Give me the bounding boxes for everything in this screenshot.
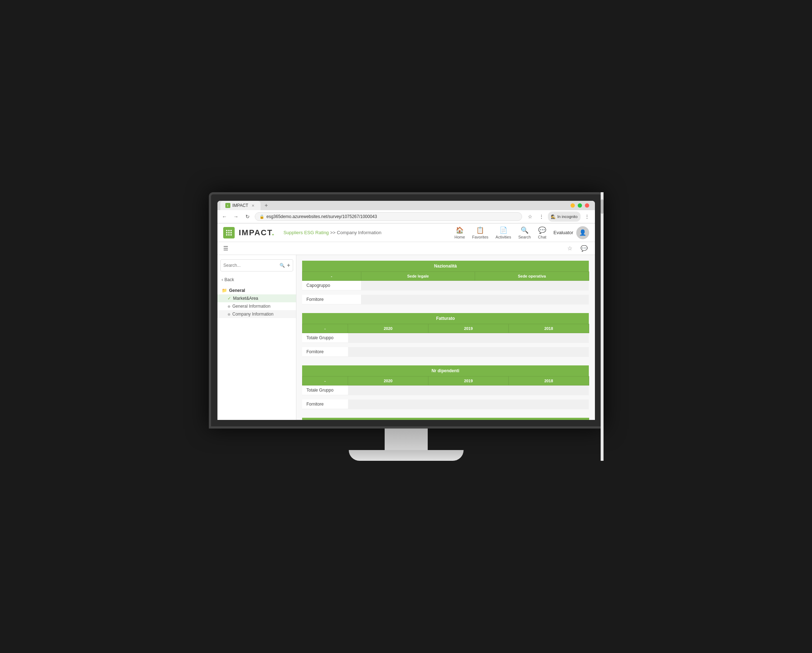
evaluator-menu[interactable]: Evaluator 👤 [554, 226, 589, 239]
table-subheader-dipendenti: - 2020 2019 2018 [302, 376, 589, 385]
acquisti-locali-title: % acquisti locali [302, 418, 589, 420]
row-val-fornitore-sede-operativa[interactable] [475, 295, 589, 304]
sidebar-search-input[interactable] [224, 263, 277, 268]
browser-window: I IMPACT ✕ + ← → ↻ 🔒 [217, 201, 595, 420]
app-grid-icon[interactable] [223, 227, 235, 239]
input-tg-fat-2019[interactable] [433, 335, 505, 340]
sidebar-item-company-information-label: Company Information [232, 312, 274, 317]
row-val-for-2020-dip[interactable] [348, 399, 429, 409]
fat-col-dash: - [302, 324, 348, 333]
row-val-tg-2019-fat[interactable] [429, 333, 509, 343]
spacer-row-dip [302, 395, 589, 400]
row-val-capogruppo-sede-legale[interactable] [361, 281, 475, 291]
row-val-tg-2020-fat[interactable] [348, 333, 429, 343]
nav-activities[interactable]: 📄 Activities [496, 226, 511, 239]
nav-search[interactable]: 🔍 Search [518, 226, 531, 239]
input-for-dip-2020[interactable] [353, 402, 424, 406]
input-tg-fat-2018[interactable] [513, 335, 585, 340]
maximize-button[interactable] [578, 203, 582, 208]
input-tg-dip-2018[interactable] [513, 388, 585, 393]
row-val-tg-2018-dip[interactable] [508, 385, 589, 395]
row-label-fornitore-fat: Fornitore [302, 347, 348, 357]
monitor-screen: I IMPACT ✕ + ← → ↻ 🔒 [209, 192, 603, 429]
grid-dots [224, 228, 233, 237]
sidebar-item-market-area[interactable]: ✓ Market&Area [217, 294, 296, 302]
input-capogruppo-sede-operativa[interactable] [479, 283, 585, 288]
input-tg-fat-2020[interactable] [353, 335, 424, 340]
minimize-button[interactable] [571, 203, 575, 208]
input-fornitore-sede-legale[interactable] [365, 297, 470, 302]
expand-circle-icon: ⊕ [227, 312, 230, 316]
sidebar-item-company-information[interactable]: ⊕ Company Information [217, 310, 296, 318]
search-icon: 🔍 [520, 226, 528, 234]
input-fornitore-sede-operativa[interactable] [479, 297, 585, 302]
breadcrumb-parent-link[interactable]: Suppliers ESG Rating [284, 230, 329, 235]
row-val-for-2018-dip[interactable] [508, 399, 589, 409]
sidebar-group-label: General [229, 288, 246, 293]
sidebar-item-general-information[interactable]: ⊕ General Information [217, 302, 296, 310]
incognito-icon: 🕵 [551, 215, 556, 219]
nazionalita-title: Nazionalità [302, 261, 589, 272]
row-val-fornitore-sede-legale[interactable] [361, 295, 475, 304]
star-toolbar-button[interactable]: ☆ [565, 244, 575, 254]
table-row-totale-gruppo-fat: Totale Gruppo [302, 333, 589, 343]
bookmark-button[interactable]: ☆ [525, 212, 535, 222]
check-icon: ✓ [227, 296, 231, 301]
star-button[interactable]: ⋮ [536, 212, 546, 222]
input-capogruppo-sede-legale[interactable] [365, 283, 470, 288]
sidebar-search[interactable]: 🔍 + [220, 259, 293, 271]
col-sede-legale: Sede legale [361, 272, 475, 281]
row-val-tg-2018-fat[interactable] [508, 333, 589, 343]
incognito-indicator: 🕵 In incognito [548, 212, 580, 222]
input-for-dip-2019[interactable] [433, 402, 505, 406]
url-field[interactable]: 🔒 esg365demo.azurewebsites.net/survey/10… [255, 212, 522, 221]
row-label-capogruppo: Capogruppo [302, 281, 361, 291]
nav-home[interactable]: 🏠 Home [454, 226, 465, 239]
table-header-dipendenti: Nr dipendenti [302, 365, 589, 376]
sidebar-add-button[interactable]: + [287, 261, 290, 269]
nav-chat[interactable]: 💬 Chat [538, 226, 546, 239]
sidebar-back-button[interactable]: ‹ Back [217, 276, 296, 284]
input-tg-dip-2019[interactable] [433, 388, 505, 393]
fatturato-table: Fatturato - 2020 2019 2018 Totale Gruppo [302, 313, 589, 357]
row-val-capogruppo-sede-operativa[interactable] [475, 281, 589, 291]
close-button[interactable] [585, 203, 589, 208]
nav-favorites[interactable]: 📋 Favorites [472, 226, 488, 239]
dipendenti-table: Nr dipendenti - 2020 2019 2018 Totale Gr… [302, 365, 589, 409]
hamburger-menu-icon[interactable]: ☰ [223, 245, 228, 252]
sidebar-item-general-information-label: General Information [232, 304, 270, 309]
input-for-fat-2019[interactable] [433, 349, 505, 354]
sidebar-group-general[interactable]: 📁 General [217, 286, 296, 294]
row-val-for-2019-dip[interactable] [429, 399, 509, 409]
input-for-dip-2018[interactable] [513, 402, 585, 406]
table-row-fornitore-fat: Fornitore [302, 347, 589, 357]
table-header-acquisti-locali: % acquisti locali [302, 418, 589, 420]
new-tab-button[interactable]: + [262, 201, 270, 210]
row-val-for-2020-fat[interactable] [348, 347, 429, 357]
nazionalita-table: Nazionalità - Sede legale Sede operativa… [302, 261, 589, 304]
row-val-tg-2020-dip[interactable] [348, 385, 429, 395]
home-icon: 🏠 [456, 226, 464, 234]
message-toolbar-button[interactable]: 💬 [579, 244, 589, 254]
input-tg-dip-2020[interactable] [353, 388, 424, 393]
forward-navigation-button[interactable]: → [232, 212, 240, 221]
input-for-fat-2018[interactable] [513, 349, 585, 354]
row-val-for-2018-fat[interactable] [508, 347, 589, 357]
tab-favicon: I [225, 203, 230, 208]
folder-icon: 📁 [222, 288, 227, 293]
menu-button[interactable]: ⋮ [582, 212, 592, 222]
nav-home-label: Home [454, 235, 465, 239]
back-navigation-button[interactable]: ← [220, 212, 229, 221]
tab-close-button[interactable]: ✕ [250, 203, 255, 208]
evaluator-label: Evaluator [554, 230, 573, 235]
breadcrumb-current: Company Information [337, 230, 382, 235]
table-row-totale-gruppo-dip: Totale Gruppo [302, 385, 589, 395]
input-for-fat-2020[interactable] [353, 349, 424, 354]
fat-col-2018: 2018 [508, 324, 589, 333]
row-val-tg-2019-dip[interactable] [429, 385, 509, 395]
row-val-for-2019-fat[interactable] [429, 347, 509, 357]
browser-tab[interactable]: I IMPACT ✕ [220, 201, 261, 210]
col-sede-operativa: Sede operativa [475, 272, 589, 281]
reload-button[interactable]: ↻ [243, 212, 252, 221]
back-chevron-icon: ‹ [222, 277, 223, 282]
